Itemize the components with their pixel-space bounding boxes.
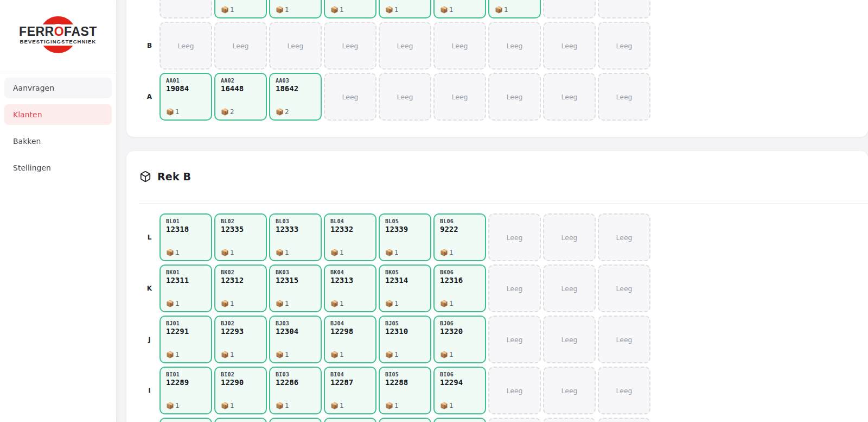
sidebar-item-klanten[interactable]: Klanten [4,104,112,125]
storage-cell-filled[interactable]: BI0312286📦1 [269,367,322,414]
storage-cell-empty[interactable]: Leeg [488,367,541,414]
storage-cell-empty[interactable]: Leeg [324,73,376,121]
storage-cell-filled[interactable]: BL0112318📦1 [159,213,212,261]
storage-cell-empty[interactable]: Leeg [598,213,650,261]
storage-cell-empty[interactable]: Leeg [598,418,650,422]
box-count-value: 1 [175,249,180,256]
storage-cell-empty[interactable]: Leeg [159,22,212,70]
storage-cell-empty[interactable]: Leeg [488,73,541,121]
storage-cell-empty[interactable]: Leeg [543,367,596,414]
cell-item-number: 12294 [440,378,480,387]
storage-cell-filled[interactable]: BJ0312304📦1 [269,316,322,363]
storage-cell-filled[interactable]: BJ0512310📦1 [379,316,431,363]
storage-cell-empty[interactable]: Leeg [543,213,596,261]
box-count-value: 1 [285,249,289,256]
storage-cell-empty[interactable]: Leeg [488,316,541,363]
storage-cell-empty[interactable]: Leeg [543,22,596,70]
storage-cell-filled[interactable]: BI0412287📦1 [324,367,376,414]
storage-cell-empty[interactable]: Leeg [159,0,212,18]
storage-cell-empty[interactable]: Leeg [598,367,650,414]
storage-cell-filled[interactable]: 📦1 [269,0,322,18]
storage-cell-empty[interactable]: Leeg [433,73,486,121]
storage-cell-filled[interactable] [159,418,212,422]
storage-cell-empty[interactable]: Leeg [214,22,267,70]
package-icon: 📦 [166,300,174,307]
box-count-value: 1 [340,402,344,410]
storage-cell-filled[interactable]: BI0512288📦1 [379,367,431,414]
sidebar-item-aanvragen[interactable]: Aanvragen [4,78,112,98]
storage-cell-filled[interactable]: 📦1 [214,0,267,18]
storage-cell-empty[interactable]: Leeg [598,22,650,70]
empty-cell-label: Leeg [177,42,194,50]
storage-cell-empty[interactable]: Leeg [543,418,596,422]
logo-text: FERROFAST BEVESTIGINGSTECHNIEK [4,24,112,46]
storage-cell-filled[interactable]: BK0412313📦1 [324,264,376,312]
storage-cell-empty[interactable]: Leeg [543,316,596,363]
storage-cell-empty[interactable]: Leeg [598,264,650,312]
storage-cell-filled[interactable] [379,418,431,422]
cell-location-code: BK02 [221,269,260,275]
cell-location-code: AA02 [221,78,260,84]
cell-item-number: 12339 [385,225,425,234]
box-count-value: 1 [175,108,180,116]
cell-item-number: 12320 [440,327,480,336]
storage-cell-filled[interactable]: BJ0212293📦1 [214,316,267,363]
storage-cell-filled[interactable] [433,418,486,422]
storage-cell-filled[interactable] [269,418,322,422]
storage-cell-empty[interactable]: Leeg [269,22,322,70]
package-icon: 📦 [440,402,448,409]
storage-cell-filled[interactable]: BK0212312📦1 [214,264,267,312]
storage-cell-filled[interactable]: BL0312333📦1 [269,213,322,261]
storage-cell-empty[interactable]: Leeg [488,22,541,70]
storage-cell-empty[interactable]: Leeg [379,73,431,121]
storage-cell-filled[interactable]: BK0112311📦1 [159,264,212,312]
storage-cell-filled[interactable]: AA0119084📦1 [159,73,212,121]
sidebar-item-stellingen[interactable]: Stellingen [4,158,112,178]
storage-cell-empty[interactable]: Leeg [543,73,596,121]
storage-cell-filled[interactable]: 📦1 [433,0,486,18]
storage-cell-filled[interactable]: BL069222📦1 [433,213,486,261]
storage-cell-empty[interactable]: Leeg [598,316,650,363]
storage-cell-filled[interactable]: BK0512314📦1 [379,264,431,312]
storage-cell-filled[interactable]: BL0512339📦1 [379,213,431,261]
storage-cell-filled[interactable]: BK0312315📦1 [269,264,322,312]
cell-box-count: 📦1 [166,300,180,307]
storage-cell-filled[interactable]: BL0212335📦1 [214,213,267,261]
storage-cell-empty[interactable]: Leeg [543,264,596,312]
storage-cell-filled[interactable]: BI0112289📦1 [159,367,212,414]
empty-cell-label: Leeg [506,285,522,293]
storage-cell-empty[interactable]: Leeg [543,0,596,18]
storage-cell-empty[interactable]: Leeg [488,418,541,422]
cell-item-number: 12298 [330,327,370,336]
storage-cell-filled[interactable]: BJ0412298📦1 [324,316,376,363]
storage-cell-empty[interactable]: Leeg [433,22,486,70]
storage-cell-empty[interactable]: Leeg [488,264,541,312]
storage-cell-filled[interactable]: BK0612316📦1 [433,264,486,312]
empty-cell-label: Leeg [342,42,358,50]
sidebar-item-bakken[interactable]: Bakken [4,131,112,152]
storage-cell-filled[interactable]: BJ0612320📦1 [433,316,486,363]
storage-cell-empty[interactable]: Leeg [598,0,650,18]
storage-cell-filled[interactable]: 📦1 [488,0,541,18]
row-label: L [139,213,159,261]
storage-cell-filled[interactable] [214,418,267,422]
main-content: Leeg📦1📦1📦1📦1📦1📦1LeegLeegBLeegLeegLeegLee… [117,0,868,422]
storage-cell-filled[interactable]: 📦1 [324,0,376,18]
storage-cell-filled[interactable]: BL0412332📦1 [324,213,376,261]
package-icon: 📦 [330,249,339,256]
storage-cell-empty[interactable]: Leeg [324,22,376,70]
storage-cell-filled[interactable]: BI0612294📦1 [433,367,486,414]
storage-cell-filled[interactable]: AA0318642📦2 [269,73,322,121]
storage-cell-filled[interactable]: 📦1 [379,0,431,18]
storage-cell-filled[interactable]: AA0216448📦2 [214,73,267,121]
cell-location-code: BL01 [166,218,206,224]
storage-cell-filled[interactable]: BJ0112291📦1 [159,316,212,363]
storage-cell-empty[interactable]: Leeg [379,22,431,70]
storage-cell-empty[interactable]: Leeg [598,73,650,121]
storage-cell-filled[interactable] [324,418,376,422]
cell-box-count: 📦1 [276,6,289,14]
package-icon: 📦 [276,109,284,115]
storage-cell-empty[interactable]: Leeg [488,213,541,261]
storage-cell-filled[interactable]: BI0212290📦1 [214,367,267,414]
package-icon: 📦 [440,249,448,256]
